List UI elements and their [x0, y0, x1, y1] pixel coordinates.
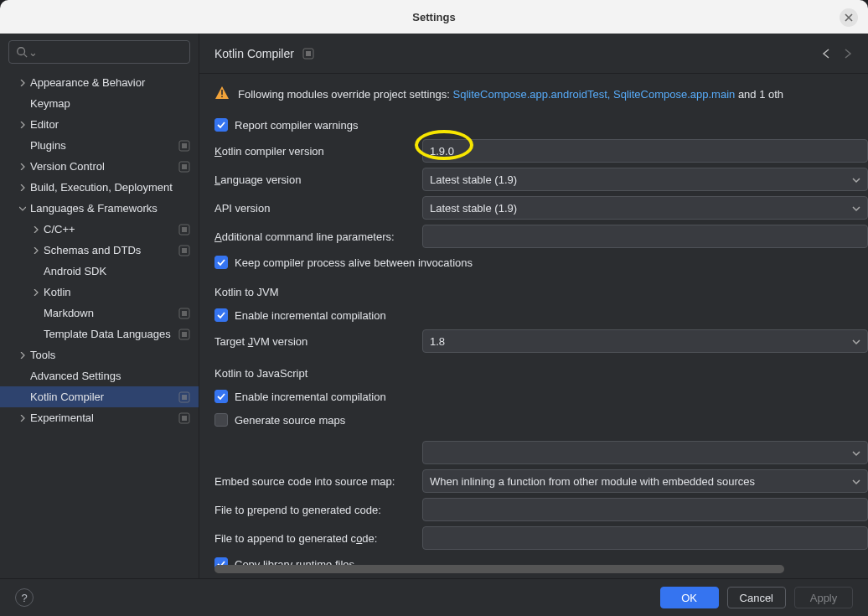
svg-rect-12 [182, 332, 187, 337]
sidebar-item-tools[interactable]: Tools [0, 344, 199, 365]
nav-forward-icon[interactable] [841, 48, 853, 60]
svg-point-0 [18, 48, 25, 55]
report-warnings-label: Report compiler warnings [235, 119, 358, 132]
sidebar-item-label: Appearance & Behavior [30, 76, 190, 89]
sidebar-item-label: Version Control [30, 160, 178, 173]
file-append-input[interactable] [422, 526, 868, 550]
svg-rect-20 [221, 96, 223, 98]
sidebar-item-appearance-behavior[interactable]: Appearance & Behavior [0, 72, 199, 93]
additional-params-label: Additional command line parameters: [214, 230, 422, 243]
api-version-select[interactable]: Latest stable (1.9) [422, 196, 868, 220]
sidebar-item-experimental[interactable]: Experimental [0, 407, 199, 428]
sidebar-item-label: Schemas and DTDs [44, 244, 178, 256]
embed-source-select[interactable]: When inlining a function from other modu… [422, 469, 868, 493]
kotlin-version-select[interactable]: 1.9.0 [422, 139, 868, 163]
chevron-right-icon [30, 226, 42, 233]
chevron-down-icon [17, 205, 28, 212]
sidebar-item-label: Plugins [30, 139, 178, 152]
sidebar-item-label: Kotlin [44, 286, 190, 298]
file-prepend-input[interactable] [422, 498, 868, 521]
file-prepend-label: File to prepend to generated code: [214, 504, 422, 516]
sidebar-item-build-execution-deployment[interactable]: Build, Execution, Deployment [0, 177, 199, 198]
ok-button[interactable]: OK [660, 587, 719, 608]
settings-tree: Appearance & BehaviorKeymapEditorPlugins… [0, 69, 199, 428]
additional-params-input[interactable] [422, 225, 868, 248]
chevron-right-icon [17, 122, 28, 128]
sidebar-item-markdown[interactable]: Markdown [0, 303, 199, 324]
keep-alive-label: Keep compiler process alive between invo… [235, 256, 473, 269]
sidebar-item-advanced-settings[interactable]: Advanced Settings [0, 365, 199, 386]
section-js-title: Kotlin to JavaScript [214, 367, 868, 380]
override-modules-link[interactable]: SqliteCompose.app.androidTest, SqliteCom… [453, 88, 736, 101]
keep-alive-row[interactable]: Keep compiler process alive between invo… [214, 251, 868, 274]
chevron-right-icon [17, 184, 28, 191]
keep-alive-checkbox[interactable] [214, 256, 228, 269]
sidebar-item-label: Build, Execution, Deployment [30, 181, 190, 194]
chevron-right-icon [30, 247, 42, 254]
cancel-button[interactable]: Cancel [727, 587, 786, 608]
apply-button[interactable]: Apply [794, 587, 853, 608]
incremental-js-checkbox[interactable] [214, 390, 228, 403]
sidebar-item-schemas-and-dtds[interactable]: Schemas and DTDs [0, 240, 199, 261]
incremental-jvm-row[interactable]: Enable incremental compilation [214, 303, 868, 327]
report-warnings-checkbox[interactable] [214, 118, 228, 132]
api-version-label: API version [214, 202, 422, 215]
sidebar-item-kotlin[interactable]: Kotlin [0, 282, 199, 303]
sidebar-item-kotlin-compiler[interactable]: Kotlin Compiler [0, 386, 199, 407]
file-append-label: File to append to generated code: [214, 532, 422, 545]
page-title: Kotlin Compiler [214, 47, 294, 60]
chevron-right-icon [17, 415, 28, 422]
source-maps-select[interactable] [422, 441, 868, 464]
embed-source-label: Embed source code into source map: [214, 475, 422, 488]
source-maps-label: Generate source maps [235, 414, 345, 427]
kotlin-version-value: 1.9.0 [430, 145, 454, 158]
sidebar-item-android-sdk[interactable]: Android SDK [0, 261, 199, 282]
incremental-js-label: Enable incremental compilation [235, 391, 386, 403]
sidebar-item-languages-frameworks[interactable]: Languages & Frameworks [0, 198, 199, 219]
nav-back-icon[interactable] [821, 48, 833, 60]
sidebar-item-c-c-[interactable]: C/C++ [0, 219, 199, 240]
sidebar-item-label: Advanced Settings [30, 370, 190, 382]
sidebar-item-template-data-languages[interactable]: Template Data Languages [0, 324, 199, 344]
sidebar-item-label: Tools [30, 349, 190, 361]
svg-rect-2 [182, 143, 187, 148]
settings-sidebar: ⌄ Appearance & BehaviorKeymapEditorPlugi… [0, 34, 199, 578]
override-warning: Following modules override project setti… [214, 85, 868, 103]
titlebar: Settings [0, 0, 868, 34]
sidebar-item-label: Kotlin Compiler [30, 391, 178, 403]
svg-rect-6 [182, 227, 187, 232]
content-panel: Kotlin Compiler Following modules overri… [199, 34, 868, 578]
incremental-jvm-label: Enable incremental compilation [235, 309, 386, 322]
search-input[interactable]: ⌄ [8, 40, 190, 64]
search-icon [16, 46, 28, 58]
svg-rect-19 [221, 90, 223, 95]
main-area: ⌄ Appearance & BehaviorKeymapEditorPlugi… [0, 34, 868, 578]
close-icon [845, 13, 853, 22]
sidebar-item-version-control[interactable]: Version Control [0, 156, 199, 177]
report-warnings-row[interactable]: Report compiler warnings [214, 113, 868, 137]
target-jvm-label: Target JVM version [214, 335, 422, 348]
svg-rect-18 [306, 51, 311, 56]
horizontal-scrollbar[interactable] [214, 565, 767, 573]
svg-rect-4 [182, 164, 187, 169]
source-maps-row[interactable]: Generate source maps [214, 408, 868, 432]
incremental-jvm-checkbox[interactable] [214, 308, 228, 322]
sidebar-item-label: Android SDK [44, 265, 190, 277]
sidebar-item-plugins[interactable]: Plugins [0, 135, 199, 156]
svg-rect-14 [182, 395, 187, 400]
close-button[interactable] [840, 8, 858, 27]
warning-text: Following modules override project setti… [238, 88, 783, 101]
sidebar-item-keymap[interactable]: Keymap [0, 93, 199, 114]
chevron-down-icon [852, 449, 860, 458]
incremental-js-row[interactable]: Enable incremental compilation [214, 385, 868, 408]
sidebar-item-editor[interactable]: Editor [0, 114, 199, 135]
help-button[interactable]: ? [15, 588, 34, 607]
scrollbar-thumb[interactable] [214, 565, 784, 573]
window-title: Settings [412, 11, 455, 23]
chevron-down-icon [852, 478, 860, 486]
source-maps-checkbox[interactable] [214, 413, 228, 427]
sidebar-item-label: Keymap [30, 97, 190, 110]
content-body: Following modules override project setti… [199, 74, 868, 578]
language-version-select[interactable]: Latest stable (1.9) [422, 168, 868, 191]
target-jvm-select[interactable]: 1.8 [422, 329, 868, 353]
